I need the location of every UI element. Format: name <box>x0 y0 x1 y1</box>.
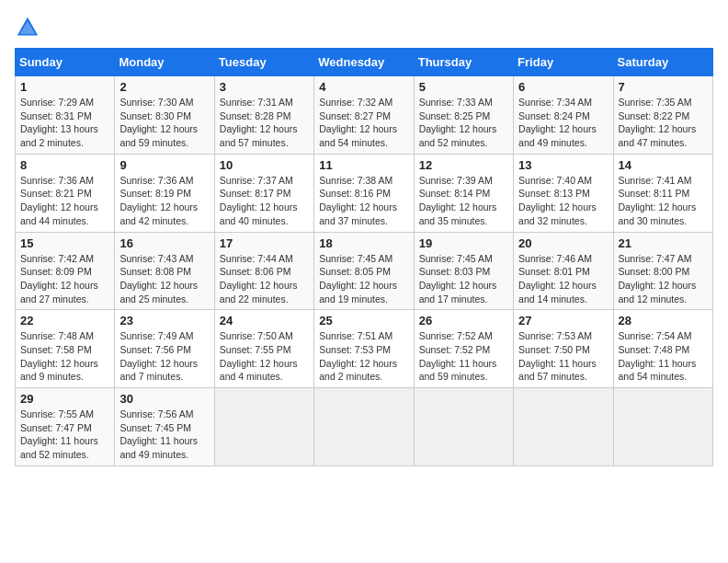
calendar-cell: 24 Sunrise: 7:50 AM Sunset: 7:55 PM Dayl… <box>214 310 313 388</box>
day-number: 17 <box>220 236 309 250</box>
day-number: 16 <box>119 236 209 250</box>
calendar-cell: 12 Sunrise: 7:39 AM Sunset: 8:14 PM Dayl… <box>414 154 513 232</box>
day-number: 9 <box>119 158 209 172</box>
day-number: 20 <box>518 236 608 250</box>
day-number: 5 <box>419 80 508 94</box>
page-header <box>15 15 713 40</box>
calendar-cell: 18 Sunrise: 7:45 AM Sunset: 8:05 PM Dayl… <box>314 232 414 310</box>
day-info: Sunrise: 7:51 AM Sunset: 7:53 PM Dayligh… <box>319 329 408 384</box>
calendar-cell: 3 Sunrise: 7:31 AM Sunset: 8:28 PM Dayli… <box>214 76 313 155</box>
calendar-cell: 8 Sunrise: 7:36 AM Sunset: 8:21 PM Dayli… <box>16 154 115 232</box>
day-number: 8 <box>20 158 109 172</box>
day-info: Sunrise: 7:53 AM Sunset: 7:50 PM Dayligh… <box>518 329 608 384</box>
weekday-header-saturday: Saturday <box>613 49 712 76</box>
calendar-cell: 29 Sunrise: 7:55 AM Sunset: 7:47 PM Dayl… <box>16 388 115 466</box>
day-number: 28 <box>619 314 708 327</box>
calendar-week-5: 29 Sunrise: 7:55 AM Sunset: 7:47 PM Dayl… <box>16 388 713 466</box>
day-info: Sunrise: 7:35 AM Sunset: 8:22 PM Dayligh… <box>619 96 708 150</box>
calendar-cell: 27 Sunrise: 7:53 AM Sunset: 7:50 PM Dayl… <box>514 310 613 388</box>
day-info: Sunrise: 7:40 AM Sunset: 8:13 PM Dayligh… <box>518 174 608 228</box>
calendar-week-1: 1 Sunrise: 7:29 AM Sunset: 8:31 PM Dayli… <box>16 76 713 155</box>
day-info: Sunrise: 7:47 AM Sunset: 8:00 PM Dayligh… <box>619 252 708 306</box>
day-info: Sunrise: 7:56 AM Sunset: 7:45 PM Dayligh… <box>119 408 209 462</box>
calendar-cell: 4 Sunrise: 7:32 AM Sunset: 8:27 PM Dayli… <box>314 76 414 155</box>
calendar-cell <box>514 388 613 466</box>
day-info: Sunrise: 7:45 AM Sunset: 8:03 PM Dayligh… <box>419 252 508 306</box>
calendar-week-3: 15 Sunrise: 7:42 AM Sunset: 8:09 PM Dayl… <box>16 232 713 310</box>
calendar-cell: 28 Sunrise: 7:54 AM Sunset: 7:48 PM Dayl… <box>613 310 712 388</box>
day-number: 13 <box>518 158 608 172</box>
day-info: Sunrise: 7:48 AM Sunset: 7:58 PM Dayligh… <box>20 329 109 384</box>
day-info: Sunrise: 7:44 AM Sunset: 8:06 PM Dayligh… <box>220 252 309 306</box>
day-info: Sunrise: 7:33 AM Sunset: 8:25 PM Dayligh… <box>419 96 508 150</box>
day-number: 3 <box>220 80 309 94</box>
day-info: Sunrise: 7:36 AM Sunset: 8:19 PM Dayligh… <box>119 174 209 228</box>
weekday-header-monday: Monday <box>115 49 214 76</box>
calendar-cell: 16 Sunrise: 7:43 AM Sunset: 8:08 PM Dayl… <box>115 232 214 310</box>
day-info: Sunrise: 7:50 AM Sunset: 7:55 PM Dayligh… <box>220 329 309 384</box>
day-number: 18 <box>319 236 408 250</box>
calendar-week-4: 22 Sunrise: 7:48 AM Sunset: 7:58 PM Dayl… <box>16 310 713 388</box>
day-number: 1 <box>20 80 109 94</box>
calendar-cell: 17 Sunrise: 7:44 AM Sunset: 8:06 PM Dayl… <box>214 232 313 310</box>
weekday-header-wednesday: Wednesday <box>314 49 414 76</box>
calendar-cell: 22 Sunrise: 7:48 AM Sunset: 7:58 PM Dayl… <box>16 310 115 388</box>
day-number: 25 <box>319 314 408 327</box>
day-number: 26 <box>419 314 508 327</box>
day-number: 22 <box>20 314 109 327</box>
day-number: 15 <box>20 236 109 250</box>
weekday-header-sunday: Sunday <box>16 49 115 76</box>
day-number: 6 <box>518 80 608 94</box>
day-info: Sunrise: 7:41 AM Sunset: 8:11 PM Dayligh… <box>619 174 708 228</box>
day-number: 10 <box>220 158 309 172</box>
calendar-cell: 21 Sunrise: 7:47 AM Sunset: 8:00 PM Dayl… <box>613 232 712 310</box>
day-number: 27 <box>518 314 608 327</box>
day-number: 29 <box>20 392 109 406</box>
day-info: Sunrise: 7:36 AM Sunset: 8:21 PM Dayligh… <box>20 174 109 228</box>
day-info: Sunrise: 7:29 AM Sunset: 8:31 PM Dayligh… <box>20 96 109 150</box>
calendar-cell: 1 Sunrise: 7:29 AM Sunset: 8:31 PM Dayli… <box>16 76 115 155</box>
day-info: Sunrise: 7:30 AM Sunset: 8:30 PM Dayligh… <box>119 96 209 150</box>
calendar-body: 1 Sunrise: 7:29 AM Sunset: 8:31 PM Dayli… <box>16 76 713 466</box>
calendar-cell: 7 Sunrise: 7:35 AM Sunset: 8:22 PM Dayli… <box>613 76 712 155</box>
day-number: 11 <box>319 158 408 172</box>
day-info: Sunrise: 7:45 AM Sunset: 8:05 PM Dayligh… <box>319 252 408 306</box>
logo <box>15 15 44 40</box>
day-number: 12 <box>419 158 508 172</box>
calendar-cell: 13 Sunrise: 7:40 AM Sunset: 8:13 PM Dayl… <box>514 154 613 232</box>
calendar-cell: 6 Sunrise: 7:34 AM Sunset: 8:24 PM Dayli… <box>514 76 613 155</box>
day-number: 4 <box>319 80 408 94</box>
day-number: 2 <box>119 80 209 94</box>
calendar-week-2: 8 Sunrise: 7:36 AM Sunset: 8:21 PM Dayli… <box>16 154 713 232</box>
day-info: Sunrise: 7:31 AM Sunset: 8:28 PM Dayligh… <box>220 96 309 150</box>
calendar-cell: 10 Sunrise: 7:37 AM Sunset: 8:17 PM Dayl… <box>214 154 313 232</box>
calendar-cell: 11 Sunrise: 7:38 AM Sunset: 8:16 PM Dayl… <box>314 154 414 232</box>
day-number: 14 <box>619 158 708 172</box>
calendar-cell: 19 Sunrise: 7:45 AM Sunset: 8:03 PM Dayl… <box>414 232 513 310</box>
calendar-cell: 25 Sunrise: 7:51 AM Sunset: 7:53 PM Dayl… <box>314 310 414 388</box>
day-number: 21 <box>619 236 708 250</box>
day-info: Sunrise: 7:37 AM Sunset: 8:17 PM Dayligh… <box>220 174 309 228</box>
day-info: Sunrise: 7:55 AM Sunset: 7:47 PM Dayligh… <box>20 408 109 462</box>
day-info: Sunrise: 7:52 AM Sunset: 7:52 PM Dayligh… <box>419 329 508 384</box>
weekday-header-thursday: Thursday <box>414 49 513 76</box>
day-info: Sunrise: 7:46 AM Sunset: 8:01 PM Dayligh… <box>518 252 608 306</box>
day-info: Sunrise: 7:39 AM Sunset: 8:14 PM Dayligh… <box>419 174 508 228</box>
calendar-cell: 5 Sunrise: 7:33 AM Sunset: 8:25 PM Dayli… <box>414 76 513 155</box>
day-info: Sunrise: 7:32 AM Sunset: 8:27 PM Dayligh… <box>319 96 408 150</box>
calendar-table: SundayMondayTuesdayWednesdayThursdayFrid… <box>15 48 713 466</box>
weekday-header-row: SundayMondayTuesdayWednesdayThursdayFrid… <box>16 49 713 76</box>
calendar-cell: 14 Sunrise: 7:41 AM Sunset: 8:11 PM Dayl… <box>613 154 712 232</box>
day-info: Sunrise: 7:42 AM Sunset: 8:09 PM Dayligh… <box>20 252 109 306</box>
day-info: Sunrise: 7:38 AM Sunset: 8:16 PM Dayligh… <box>319 174 408 228</box>
day-number: 19 <box>419 236 508 250</box>
day-info: Sunrise: 7:34 AM Sunset: 8:24 PM Dayligh… <box>518 96 608 150</box>
calendar-cell <box>314 388 414 466</box>
day-number: 7 <box>619 80 708 94</box>
calendar-cell: 30 Sunrise: 7:56 AM Sunset: 7:45 PM Dayl… <box>115 388 214 466</box>
logo-icon <box>15 15 40 40</box>
calendar-cell: 15 Sunrise: 7:42 AM Sunset: 8:09 PM Dayl… <box>16 232 115 310</box>
calendar-cell: 2 Sunrise: 7:30 AM Sunset: 8:30 PM Dayli… <box>115 76 214 155</box>
day-number: 24 <box>220 314 309 327</box>
calendar-cell: 20 Sunrise: 7:46 AM Sunset: 8:01 PM Dayl… <box>514 232 613 310</box>
